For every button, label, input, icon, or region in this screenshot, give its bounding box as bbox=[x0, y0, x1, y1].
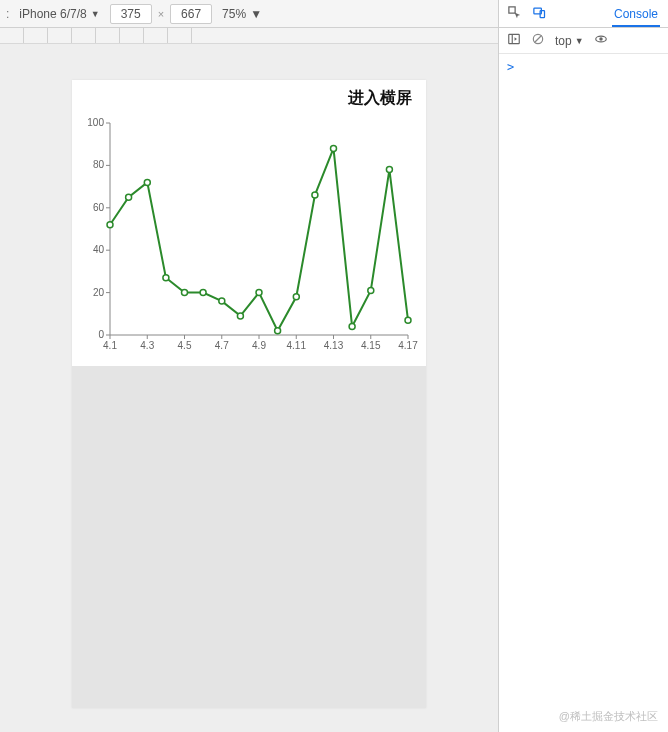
toggle-device-icon[interactable] bbox=[532, 5, 547, 23]
svg-point-39 bbox=[237, 313, 243, 319]
console-prompt-icon: > bbox=[507, 60, 514, 74]
device-selector[interactable]: iPhone 6/7/8 ▼ bbox=[15, 5, 103, 23]
svg-point-45 bbox=[349, 324, 355, 330]
chevron-down-icon: ▼ bbox=[250, 7, 262, 21]
console-body[interactable]: > bbox=[499, 54, 668, 732]
svg-text:4.7: 4.7 bbox=[215, 340, 229, 351]
zoom-selector-label: 75% bbox=[222, 7, 246, 21]
devtools-panel: Console top ▼ > bbox=[498, 0, 668, 732]
svg-text:4.17: 4.17 bbox=[398, 340, 418, 351]
svg-point-34 bbox=[144, 179, 150, 185]
clear-console-icon[interactable] bbox=[531, 32, 545, 49]
svg-text:4.3: 4.3 bbox=[140, 340, 154, 351]
svg-text:4.13: 4.13 bbox=[324, 340, 344, 351]
tab-console[interactable]: Console bbox=[612, 1, 660, 27]
svg-line-54 bbox=[535, 36, 542, 43]
svg-text:4.9: 4.9 bbox=[252, 340, 266, 351]
svg-point-42 bbox=[293, 294, 299, 300]
device-frame: 进入横屏 0204060801004.14.34.54.74.94.114.13… bbox=[72, 80, 426, 708]
svg-point-40 bbox=[256, 290, 262, 296]
svg-point-44 bbox=[331, 145, 337, 151]
context-selector[interactable]: top ▼ bbox=[555, 34, 584, 48]
svg-point-36 bbox=[182, 290, 188, 296]
dimension-separator: × bbox=[158, 8, 164, 20]
svg-point-47 bbox=[386, 167, 392, 173]
watermark: @稀土掘金技术社区 bbox=[559, 709, 658, 724]
svg-text:80: 80 bbox=[93, 159, 105, 170]
svg-point-43 bbox=[312, 192, 318, 198]
context-selector-label: top bbox=[555, 34, 572, 48]
svg-text:40: 40 bbox=[93, 244, 105, 255]
viewport-height-input[interactable] bbox=[170, 4, 212, 24]
svg-point-33 bbox=[126, 194, 132, 200]
landscape-button[interactable]: 进入横屏 bbox=[80, 86, 418, 109]
svg-point-32 bbox=[107, 222, 113, 228]
line-chart: 0204060801004.14.34.54.74.94.114.134.154… bbox=[80, 109, 418, 359]
console-toolbar: top ▼ bbox=[499, 28, 668, 54]
chevron-down-icon: ▼ bbox=[575, 36, 584, 46]
svg-point-55 bbox=[599, 37, 603, 41]
viewport-width-input[interactable] bbox=[110, 4, 152, 24]
svg-text:60: 60 bbox=[93, 202, 105, 213]
svg-point-46 bbox=[368, 288, 374, 294]
device-selector-label: iPhone 6/7/8 bbox=[19, 7, 86, 21]
live-expression-icon[interactable] bbox=[594, 32, 608, 49]
svg-rect-51 bbox=[509, 34, 520, 43]
svg-point-35 bbox=[163, 275, 169, 281]
devtools-tabs: Console bbox=[499, 0, 668, 28]
svg-text:4.1: 4.1 bbox=[103, 340, 117, 351]
svg-point-38 bbox=[219, 298, 225, 304]
svg-text:20: 20 bbox=[93, 287, 105, 298]
svg-point-41 bbox=[275, 328, 281, 334]
svg-text:4.15: 4.15 bbox=[361, 340, 381, 351]
svg-point-37 bbox=[200, 290, 206, 296]
svg-point-48 bbox=[405, 317, 411, 323]
svg-text:4.11: 4.11 bbox=[287, 340, 307, 351]
svg-text:100: 100 bbox=[87, 117, 104, 128]
svg-text:4.5: 4.5 bbox=[178, 340, 192, 351]
chevron-down-icon: ▼ bbox=[91, 9, 100, 19]
sidebar-toggle-icon[interactable] bbox=[507, 32, 521, 49]
device-viewport-area: 进入横屏 0204060801004.14.34.54.74.94.114.13… bbox=[0, 44, 498, 732]
ruler bbox=[0, 28, 498, 44]
chart-card: 进入横屏 0204060801004.14.34.54.74.94.114.13… bbox=[72, 80, 426, 366]
svg-text:0: 0 bbox=[98, 329, 104, 340]
inspect-icon[interactable] bbox=[507, 5, 522, 23]
zoom-selector[interactable]: 75% ▼ bbox=[218, 5, 266, 23]
